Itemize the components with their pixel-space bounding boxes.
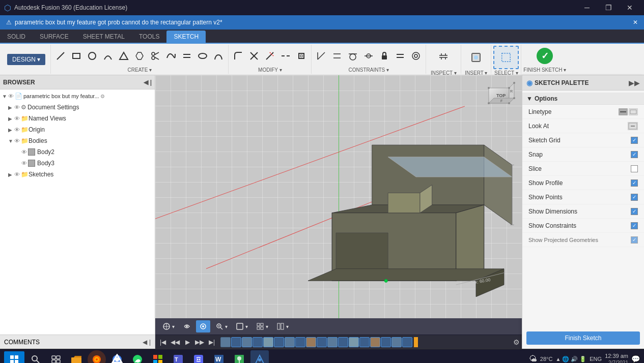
tree-eye-body3[interactable]: 👁 [21,160,27,166]
tab-tools[interactable]: TOOLS [132,31,166,43]
viewport-main[interactable]: fx: 60.00 [155,75,522,318]
sound-icon[interactable]: 🔊 [571,356,578,362]
tab-sketch[interactable]: SKETCH [166,31,206,43]
network-icon[interactable]: 🌐 [562,356,569,362]
pan-button[interactable]: ▾ [159,320,178,332]
timeline-step-11[interactable] [327,337,338,347]
break-button[interactable] [278,47,293,65]
design-button[interactable]: DESIGN ▾ [7,54,45,65]
tab-sheet-metal[interactable]: SHEET METAL [76,31,132,43]
lookata-icon[interactable] [628,122,638,130]
minimize-button[interactable]: ─ [577,0,597,15]
tree-eye-settings[interactable]: 👁 [14,104,20,110]
taskbar-file-explorer[interactable] [67,350,86,364]
tab-surface[interactable]: SURFACE [33,31,76,43]
taskbar-whatsapp[interactable] [128,350,147,364]
notification-close[interactable]: ✕ [633,19,638,26]
timeline-step-2[interactable] [231,337,241,347]
palette-pin-button[interactable]: ▶▶ [629,79,640,87]
browser-pin[interactable]: | [150,79,152,86]
sketch-grid-checkbox[interactable] [631,137,638,144]
timeline-step-1[interactable] [220,337,231,347]
timeline-step-18[interactable] [402,337,412,347]
slice-checkbox[interactable] [631,165,638,172]
tree-item-body3[interactable]: 👁 Body3 [0,158,155,169]
finish-sketch-ribbon-button[interactable]: ✓ [527,46,563,66]
tree-eye-icon[interactable]: 👁 [8,93,14,99]
timeline-step-16[interactable] [381,337,391,347]
tree-item-doc[interactable]: ▼ 👁 📄 parametric box but my featur... ⚙ [0,90,155,102]
tree-eye-sketches[interactable]: 👁 [14,171,20,177]
finish-sketch-button[interactable]: Finish Sketch [526,331,640,345]
tree-eye-body2[interactable]: 👁 [21,149,27,155]
taskbar-discord[interactable] [189,350,208,364]
tree-eye-bodies[interactable]: 👁 [14,138,20,144]
taskbar-maps[interactable] [230,350,248,364]
taskbar-fusion[interactable] [250,350,269,364]
insert-button[interactable] [463,46,489,69]
zoom-button[interactable]: ▾ [212,320,231,332]
constraints-group-label[interactable]: CONSTRAINTS ▾ [349,67,389,73]
chevron-up-icon[interactable]: ▲ [555,356,561,362]
timeline-step-12[interactable] [338,337,348,347]
grid-view-button[interactable]: ▾ [253,320,271,332]
equal-button[interactable] [393,47,408,65]
rectangle-tool-button[interactable] [69,47,84,65]
linetype-icon-1[interactable] [619,108,628,115]
timeline-step-17[interactable] [391,337,402,347]
ellipse-tool-button[interactable] [195,47,210,65]
tree-item-bodies[interactable]: ▼ 👁 📁 Bodies [0,135,155,146]
timeline-end-button[interactable]: ▶| [206,337,217,348]
show-projected-checkbox[interactable] [631,236,638,244]
tree-item-origin[interactable]: ▶ 👁 📁 Origin [0,124,155,135]
finish-sketch-group-label[interactable]: FINISH SKETCH ▾ [523,67,566,73]
timeline-step-7[interactable] [285,337,295,347]
notification-center-icon[interactable]: 💬 [631,355,640,363]
timeline-step-9[interactable] [306,337,316,347]
conic-tool-button[interactable] [211,47,226,65]
timeline-play-button[interactable]: ▶ [182,337,193,348]
tree-item-sketches[interactable]: ▶ 👁 📁 Sketches [0,169,155,180]
show-constraints-checkbox[interactable] [631,222,638,229]
look-at-button[interactable] [196,320,210,332]
linetype-icon-2[interactable] [629,108,638,115]
split-view-button[interactable]: ▾ [273,320,292,332]
orbit-button[interactable] [180,320,194,332]
timeline-cursor[interactable] [414,337,418,347]
taskbar-word[interactable]: W [210,350,228,364]
tree-item-doc-settings[interactable]: ▶ 👁 ⚙ Document Settings [0,102,155,113]
show-points-checkbox[interactable] [631,194,638,201]
inspect-button[interactable] [428,46,459,69]
show-profile-checkbox[interactable] [631,179,638,187]
taskbar-task-view[interactable] [47,350,65,364]
modify-group-label[interactable]: MODIFY ▾ [258,67,282,73]
timeline-settings-icon[interactable]: ⚙ [513,338,520,346]
spline-tool-button[interactable] [163,47,179,65]
start-button[interactable] [4,351,24,364]
show-dimensions-checkbox[interactable] [631,208,638,215]
timeline-step-15[interactable] [370,337,380,347]
display-mode-button[interactable]: ▾ [233,320,251,332]
line-tool-button[interactable] [53,47,68,65]
comments-toggle[interactable]: ◀ [143,339,147,346]
settings-small-icon[interactable]: ⚙ [100,94,105,99]
timeline-start-button[interactable]: |◀ [157,337,169,348]
comments-pin[interactable]: | [149,339,151,346]
concentric-button[interactable] [408,47,424,65]
timeline-next-button[interactable]: ▶▶ [194,337,205,348]
language-label[interactable]: ENG [590,356,602,362]
browser-toggle[interactable]: ◀ [144,79,148,86]
tab-solid[interactable]: SOLID [0,31,33,43]
viewcube[interactable]: TOP R F [481,80,517,116]
extend-button[interactable] [262,47,277,65]
coincident-button[interactable] [361,47,376,65]
offset-button[interactable] [294,47,309,65]
timeline-prev-button[interactable]: ◀◀ [170,337,181,348]
taskbar-chrome[interactable] [108,350,126,364]
tree-eye-views[interactable]: 👁 [14,115,20,122]
taskbar-firefox[interactable] [88,350,106,364]
circle-tool-button[interactable] [85,47,100,65]
timeline-step-8[interactable] [295,337,305,347]
snap-checkbox[interactable] [631,151,638,158]
timeline-step-14[interactable] [359,337,370,347]
